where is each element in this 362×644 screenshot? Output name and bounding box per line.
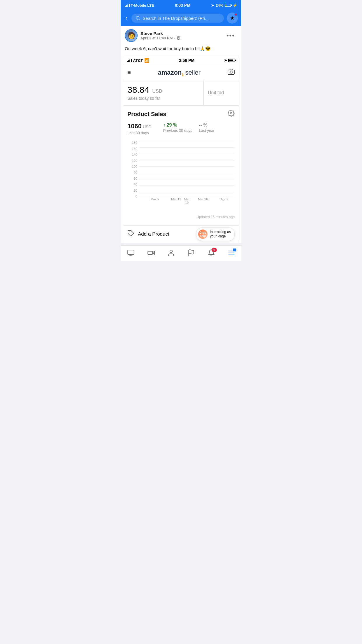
post-meta: April 3 at 11:48 PM · 🖼 [140,36,180,40]
flag-icon [187,249,195,257]
status-right: ➤ 24% ⚡ [211,3,237,8]
tag-icon [127,230,134,239]
chart-y-axis: 180 160 140 120 100 80 60 40 20 0 [127,141,139,198]
nav-menu[interactable] [225,248,238,258]
y-label-40: 40 [134,183,137,186]
unit-tod-label: Unit tod [208,90,235,95]
battery-percent: 24% [216,3,223,8]
sales-amount: 38.84 USD [127,85,199,95]
y-label-100: 100 [132,165,137,168]
bookmark-button[interactable]: ★ [227,13,238,24]
chart-x-labels: Mar 5 Mar 12 Mar 19 Mar 26 Apr 2 [139,197,235,204]
y-label-120: 120 [132,159,137,162]
x-label-mar26: Mar 26 [191,197,215,204]
inner-wifi-icon: 📶 [144,58,149,63]
svg-marker-7 [152,251,154,255]
prev-change: ↑ 29 % [163,123,199,128]
embedded-screenshot: AT&T 📶 2:58 PM ➤ ≡ amazon⤵ seller [123,56,239,243]
y-label-180: 180 [132,141,137,144]
status-left: T-Mobile LTE [125,3,154,8]
battery-body [225,4,231,7]
star-icon: ★ [230,15,235,21]
sales-currency: USD [152,89,162,94]
network-label: LTE [147,3,154,8]
signal-bar-1 [125,6,126,7]
author-details: Steve Park April 3 at 11:48 PM · 🖼 [140,31,180,40]
post-header: 🧑 Steve Park April 3 at 11:48 PM · 🖼 ••• [121,26,241,44]
inner-status-left: AT&T 📶 [127,58,149,63]
avatar[interactable]: 🧑 [125,29,138,42]
video-icon [147,249,155,257]
bars-container [139,141,235,198]
charging-icon: ⚡ [233,3,237,8]
post-caption: On week 6, can't wait for buy box to hit… [121,44,241,56]
nav-video[interactable] [145,248,157,258]
last-year-label: Last year [199,128,235,133]
author-name[interactable]: Steve Park [140,31,180,36]
x-label-mar5: Mar 5 [140,197,169,204]
post-options-button[interactable]: ••• [224,31,237,41]
unit-today-card: Unit tod [204,80,239,105]
prev-30-label: Previous 30 days [163,128,199,133]
post-author-info: 🧑 Steve Park April 3 at 11:48 PM · 🖼 [125,29,180,42]
sales-value: 38.84 [127,85,149,94]
add-product-label: Add a Product [138,231,169,237]
last-30-days-stat: 1060USD Last 30 days [127,123,163,135]
product-sales-title: Product Sales [127,111,166,118]
camera-icon[interactable] [228,68,235,77]
back-button[interactable]: ‹ [124,13,129,23]
x-label-mar19: Mar 19 [183,197,190,204]
bottom-navigation: 1 [121,245,241,261]
battery-icon [225,4,231,7]
sales-label: Sales today so far [127,96,199,101]
amazon-seller-header: ≡ amazon⤵ seller [123,65,239,80]
settings-icon[interactable] [228,110,235,118]
sales-today-card: 38.84 USD Sales today so far [123,80,204,105]
inner-battery [228,59,235,62]
photo-icon: 🖼 [177,36,180,40]
x-label-apr2: Apr 2 [215,197,233,204]
sales-stats-row: 1060USD Last 30 days ↑ 29 % Previous 30 … [127,123,235,135]
notification-dot [234,13,237,16]
x-label-mar12: Mar 12 [170,197,182,204]
interacting-as-page-bubble: Dropship Interacting as your Page [196,228,235,241]
news-feed-icon [127,249,135,257]
inner-signal-bar-2 [128,60,129,62]
inner-signal-bar-4 [131,59,132,62]
interacting-text: Interacting as your Page [210,230,231,239]
amazon-menu-icon[interactable]: ≡ [127,69,131,76]
svg-point-1 [230,112,232,114]
up-arrow-icon: ↑ [163,123,166,128]
profile-icon [167,249,175,257]
sales-chart: 180 160 140 120 100 80 60 40 20 0 [127,141,235,205]
active-dot [233,249,236,251]
y-label-80: 80 [134,171,137,174]
facebook-header: ‹ Search in The Dropshipperz (Pri... ★ [121,10,241,26]
last-30-value: 1060USD [127,123,163,130]
inner-battery-fill [229,60,233,61]
page-avatar: Dropship [198,230,208,239]
chart-updated-text: Updated 15 minutes ago [127,214,235,221]
post-container: 🧑 Steve Park April 3 at 11:48 PM · 🖼 •••… [121,26,241,243]
inner-carrier: AT&T [133,58,143,63]
y-label-140: 140 [132,153,137,156]
y-label-60: 60 [134,177,137,180]
inner-location-icon: ➤ [224,58,227,62]
inner-status-bar: AT&T 📶 2:58 PM ➤ [123,56,239,65]
signal-bars [125,4,130,7]
last-30-label: Last 30 days [127,131,163,135]
product-sales-section: Product Sales 1060USD Last 30 days [123,106,239,225]
prev-30-days-stat: ↑ 29 % Previous 30 days [163,123,199,133]
last-year-value: -- % [199,123,235,128]
product-sales-header: Product Sales [127,110,235,118]
search-bar[interactable]: Search in The Dropshipperz (Pri... [131,14,224,23]
search-text: Search in The Dropshipperz (Pri... [143,16,209,21]
search-icon [136,16,140,20]
nav-notifications[interactable]: 1 [205,248,217,258]
add-product-bar[interactable]: Add a Product Dropship Interacting as yo… [123,225,239,243]
carrier-label: T-Mobile [131,3,146,8]
nav-news-feed[interactable] [125,248,137,258]
nav-profile[interactable] [165,248,177,258]
nav-flag[interactable] [185,248,197,258]
signal-bar-2 [126,5,127,7]
